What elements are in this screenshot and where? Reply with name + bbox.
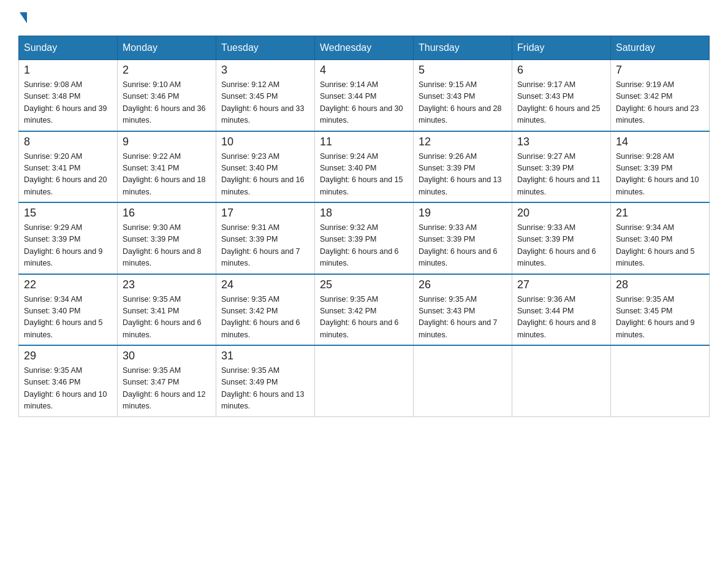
calendar-cell: 3 Sunrise: 9:12 AMSunset: 3:45 PMDayligh… [216,60,315,131]
calendar-cell: 2 Sunrise: 9:10 AMSunset: 3:46 PMDayligh… [118,60,216,131]
calendar-cell: 12 Sunrise: 9:26 AMSunset: 3:39 PMDaylig… [414,131,512,203]
calendar-cell: 29 Sunrise: 9:35 AMSunset: 3:46 PMDaylig… [19,345,118,416]
day-info: Sunrise: 9:27 AMSunset: 3:39 PMDaylight:… [517,152,601,196]
calendar-cell: 25 Sunrise: 9:35 AMSunset: 3:42 PMDaylig… [315,274,414,346]
day-number: 30 [123,350,211,362]
day-number: 1 [24,64,112,77]
day-number: 8 [24,136,112,148]
logo-arrow-icon [20,12,27,23]
day-number: 10 [221,136,309,148]
calendar-week-row: 22 Sunrise: 9:34 AMSunset: 3:40 PMDaylig… [19,274,710,346]
day-info: Sunrise: 9:20 AMSunset: 3:41 PMDaylight:… [24,152,107,196]
calendar-cell [315,345,414,416]
day-number: 19 [419,207,507,220]
calendar-cell: 31 Sunrise: 9:35 AMSunset: 3:49 PMDaylig… [216,345,315,416]
calendar-cell: 5 Sunrise: 9:15 AMSunset: 3:43 PMDayligh… [414,60,512,131]
day-number: 3 [221,64,309,77]
page-header [18,12,710,23]
day-number: 14 [616,136,704,148]
calendar-cell [414,345,512,416]
weekday-header-sunday: Sunday [19,36,118,60]
day-info: Sunrise: 9:22 AMSunset: 3:41 PMDaylight:… [123,152,206,196]
day-number: 18 [320,207,408,220]
calendar-cell [611,345,710,416]
calendar-cell: 21 Sunrise: 9:34 AMSunset: 3:40 PMDaylig… [611,202,710,274]
day-number: 29 [24,350,112,362]
day-number: 28 [616,278,704,291]
day-info: Sunrise: 9:23 AMSunset: 3:40 PMDaylight:… [221,152,305,196]
day-info: Sunrise: 9:08 AMSunset: 3:48 PMDaylight:… [24,80,107,124]
calendar-cell: 1 Sunrise: 9:08 AMSunset: 3:48 PMDayligh… [19,60,118,131]
day-info: Sunrise: 9:34 AMSunset: 3:40 PMDaylight:… [24,295,103,339]
logo [18,12,28,23]
calendar-cell: 18 Sunrise: 9:32 AMSunset: 3:39 PMDaylig… [315,202,414,274]
calendar-cell: 26 Sunrise: 9:35 AMSunset: 3:43 PMDaylig… [414,274,512,346]
day-number: 2 [123,64,211,77]
calendar-cell: 17 Sunrise: 9:31 AMSunset: 3:39 PMDaylig… [216,202,315,274]
day-info: Sunrise: 9:35 AMSunset: 3:47 PMDaylight:… [123,366,206,410]
day-info: Sunrise: 9:35 AMSunset: 3:46 PMDaylight:… [24,366,107,410]
day-number: 23 [123,278,211,291]
weekday-header-wednesday: Wednesday [315,36,414,60]
calendar-cell: 22 Sunrise: 9:34 AMSunset: 3:40 PMDaylig… [19,274,118,346]
calendar-cell: 16 Sunrise: 9:30 AMSunset: 3:39 PMDaylig… [118,202,216,274]
day-info: Sunrise: 9:35 AMSunset: 3:42 PMDaylight:… [221,295,300,339]
day-number: 27 [517,278,605,291]
calendar-week-row: 1 Sunrise: 9:08 AMSunset: 3:48 PMDayligh… [19,60,710,131]
calendar-cell: 4 Sunrise: 9:14 AMSunset: 3:44 PMDayligh… [315,60,414,131]
calendar-cell: 23 Sunrise: 9:35 AMSunset: 3:41 PMDaylig… [118,274,216,346]
day-number: 6 [517,64,605,77]
day-info: Sunrise: 9:35 AMSunset: 3:45 PMDaylight:… [616,295,695,339]
calendar-cell: 10 Sunrise: 9:23 AMSunset: 3:40 PMDaylig… [216,131,315,203]
day-number: 9 [123,136,211,148]
day-info: Sunrise: 9:28 AMSunset: 3:39 PMDaylight:… [616,152,699,196]
calendar-cell: 6 Sunrise: 9:17 AMSunset: 3:43 PMDayligh… [512,60,611,131]
day-number: 31 [221,350,309,362]
weekday-header-thursday: Thursday [414,36,512,60]
day-info: Sunrise: 9:33 AMSunset: 3:39 PMDaylight:… [517,223,596,267]
weekday-header-friday: Friday [512,36,611,60]
day-number: 11 [320,136,408,148]
calendar-cell: 19 Sunrise: 9:33 AMSunset: 3:39 PMDaylig… [414,202,512,274]
calendar-cell: 7 Sunrise: 9:19 AMSunset: 3:42 PMDayligh… [611,60,710,131]
day-number: 22 [24,278,112,291]
calendar-table: SundayMondayTuesdayWednesdayThursdayFrid… [18,36,710,417]
day-number: 24 [221,278,309,291]
day-number: 26 [419,278,507,291]
day-info: Sunrise: 9:24 AMSunset: 3:40 PMDaylight:… [320,152,403,196]
calendar-cell: 15 Sunrise: 9:29 AMSunset: 3:39 PMDaylig… [19,202,118,274]
calendar-week-row: 8 Sunrise: 9:20 AMSunset: 3:41 PMDayligh… [19,131,710,203]
weekday-header-tuesday: Tuesday [216,36,315,60]
day-number: 13 [517,136,605,148]
calendar-cell: 9 Sunrise: 9:22 AMSunset: 3:41 PMDayligh… [118,131,216,203]
calendar-cell: 20 Sunrise: 9:33 AMSunset: 3:39 PMDaylig… [512,202,611,274]
day-info: Sunrise: 9:32 AMSunset: 3:39 PMDaylight:… [320,223,399,267]
calendar-cell: 27 Sunrise: 9:36 AMSunset: 3:44 PMDaylig… [512,274,611,346]
day-info: Sunrise: 9:30 AMSunset: 3:39 PMDaylight:… [123,223,202,267]
day-info: Sunrise: 9:35 AMSunset: 3:41 PMDaylight:… [123,295,202,339]
day-number: 12 [419,136,507,148]
day-info: Sunrise: 9:17 AMSunset: 3:43 PMDaylight:… [517,80,601,124]
calendar-cell: 8 Sunrise: 9:20 AMSunset: 3:41 PMDayligh… [19,131,118,203]
day-number: 7 [616,64,704,77]
day-number: 15 [24,207,112,220]
day-info: Sunrise: 9:35 AMSunset: 3:43 PMDaylight:… [419,295,498,339]
calendar-cell: 30 Sunrise: 9:35 AMSunset: 3:47 PMDaylig… [118,345,216,416]
weekday-header-saturday: Saturday [611,36,710,60]
day-number: 17 [221,207,309,220]
calendar-cell: 14 Sunrise: 9:28 AMSunset: 3:39 PMDaylig… [611,131,710,203]
day-number: 25 [320,278,408,291]
day-number: 5 [419,64,507,77]
calendar-cell [512,345,611,416]
calendar-week-row: 15 Sunrise: 9:29 AMSunset: 3:39 PMDaylig… [19,202,710,274]
day-number: 21 [616,207,704,220]
day-info: Sunrise: 9:29 AMSunset: 3:39 PMDaylight:… [24,223,103,267]
day-info: Sunrise: 9:10 AMSunset: 3:46 PMDaylight:… [123,80,206,124]
day-info: Sunrise: 9:14 AMSunset: 3:44 PMDaylight:… [320,80,403,124]
day-info: Sunrise: 9:26 AMSunset: 3:39 PMDaylight:… [419,152,502,196]
weekday-header-monday: Monday [118,36,216,60]
day-info: Sunrise: 9:35 AMSunset: 3:49 PMDaylight:… [221,366,305,410]
calendar-cell: 13 Sunrise: 9:27 AMSunset: 3:39 PMDaylig… [512,131,611,203]
day-info: Sunrise: 9:19 AMSunset: 3:42 PMDaylight:… [616,80,699,124]
day-info: Sunrise: 9:31 AMSunset: 3:39 PMDaylight:… [221,223,300,267]
